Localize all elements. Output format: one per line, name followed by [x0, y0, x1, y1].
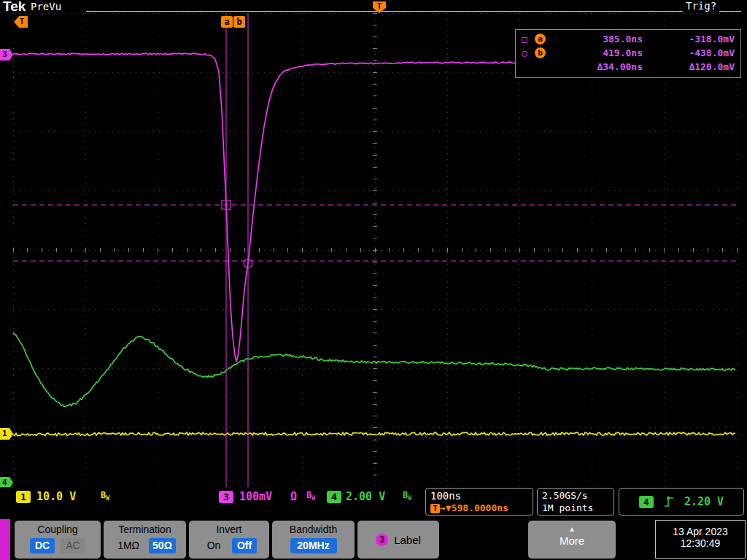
record-length: 1M points [542, 502, 609, 513]
trigger-source-badge: 4 [639, 496, 654, 508]
status-bar: 1 10.0 V BW 3 100mV Ω BW 4 2.00 V BW 100… [0, 487, 747, 519]
cursor-a-voltage: -318.0mV [643, 34, 735, 44]
more-title: More [528, 534, 616, 547]
channel3-badge[interactable]: 3 [219, 491, 233, 503]
cursor-b-voltage: -438.0mV [643, 47, 735, 58]
cursor-a-row: □ a 385.0ns -318.0mV [522, 32, 735, 46]
cursor-delta-row: Δ34.00ns Δ120.0mV [522, 60, 735, 74]
termination-title: Termination [104, 521, 186, 535]
more-up-arrow-icon: ▲ [528, 521, 616, 533]
channel3-bandwidth-limit-icon: BW [306, 490, 315, 502]
cursor-a-badge: a [535, 34, 546, 44]
termination-1mohm-option[interactable]: 1MΩ [114, 538, 143, 553]
channel3-menu-tab [0, 519, 10, 560]
label-button[interactable]: 3 Label [357, 521, 439, 559]
label-channel-badge: 3 [376, 534, 388, 546]
invert-off-option[interactable]: Off [232, 538, 257, 553]
trigger-delay-t-icon: T [430, 504, 440, 513]
coupling-title: Coupling [15, 521, 101, 535]
oscilloscope-screen: Tek PreVu Trig? T T a b 3 1 4 □ a 385.0n… [0, 0, 747, 560]
cursor-b-handle[interactable]: b [233, 16, 245, 28]
timebase-readout[interactable]: 100ns T→▼598.0000ns [425, 488, 533, 516]
bandwidth-value-option[interactable]: 20MHz [290, 538, 337, 553]
trigger-delay-readout: T→▼598.0000ns [430, 502, 528, 513]
sample-rate: 2.50GS/s [542, 490, 609, 501]
trigger-delay-value: →▼598.0000ns [440, 502, 508, 513]
channel3-scale: 100mV [239, 490, 272, 503]
cursor-b-row: ○ b 419.0ns -438.0mV [522, 46, 735, 60]
cursor-delta-voltage: Δ120.0mV [643, 61, 735, 72]
cursor-b-badge: b [535, 47, 546, 58]
coupling-ac-option[interactable]: AC [61, 538, 85, 553]
timebase-scale: 100ns [430, 490, 528, 502]
cursor-readout-panel: □ a 385.0ns -318.0mV ○ b 419.0ns -438.0m… [515, 29, 741, 78]
channel4-badge[interactable]: 4 [327, 491, 341, 503]
waveform-ch1 [13, 432, 735, 436]
cursor-a-square-icon: □ [522, 34, 535, 44]
waveform-ch3 [13, 53, 735, 361]
channel4-scale: 2.00 V [346, 490, 385, 503]
channel1-scale: 10.0 V [36, 490, 76, 503]
cursor-delta-time: Δ34.00ns [551, 61, 643, 72]
trigger-status-label: Trig? [683, 0, 719, 12]
trigger-level: 2.20 V [684, 495, 724, 508]
termination-button[interactable]: Termination 1MΩ 50Ω [104, 521, 186, 559]
channel1-bandwidth-limit-icon: BW [101, 490, 109, 502]
channel1-badge[interactable]: 1 [16, 491, 31, 503]
softkey-menu-bar: Coupling DC AC Termination 1MΩ 50Ω Inver… [0, 519, 747, 560]
waveform-ch4 [13, 332, 735, 406]
cursor-b-time: 419.0ns [551, 47, 643, 58]
bandwidth-button[interactable]: Bandwidth 20MHz [272, 521, 355, 559]
datetime-display: 13 Apr 2023 12:30:49 [655, 520, 746, 559]
channel4-bandwidth-limit-icon: BW [403, 490, 411, 502]
top-divider-line [86, 11, 741, 12]
bandwidth-title: Bandwidth [272, 521, 355, 535]
termination-50ohm-option[interactable]: 50Ω [149, 538, 176, 553]
invert-on-option[interactable]: On [201, 538, 226, 553]
more-button[interactable]: ▲ More [528, 521, 616, 559]
trigger-readout[interactable]: 4 2.20 V [619, 488, 744, 516]
label-title: Label [394, 534, 421, 546]
tek-logo: Tek [3, 0, 26, 15]
invert-button[interactable]: Invert On Off [189, 521, 269, 559]
cursor-a-handle[interactable]: a [221, 16, 233, 28]
date-label: 13 Apr 2023 [656, 526, 745, 537]
rising-edge-icon [664, 495, 674, 508]
cursor-b-circle-icon: ○ [522, 47, 535, 58]
acquisition-readout: 2.50GS/s 1M points [537, 488, 614, 516]
time-label: 12:30:49 [656, 537, 745, 549]
acquisition-mode-label: PreVu [31, 1, 61, 12]
channel3-impedance: Ω [290, 490, 297, 503]
coupling-button[interactable]: Coupling DC AC [15, 521, 101, 559]
invert-title: Invert [189, 521, 269, 535]
cursor-a-time: 385.0ns [551, 34, 643, 44]
coupling-dc-option[interactable]: DC [30, 538, 55, 553]
